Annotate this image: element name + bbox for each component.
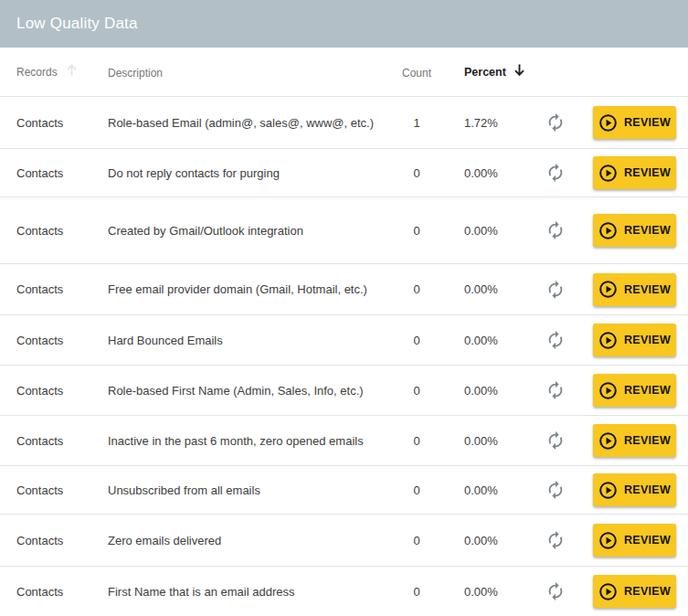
sync-icon — [545, 112, 566, 133]
play-circle-icon — [598, 582, 618, 601]
sync-icon — [545, 581, 566, 601]
description-cell: Zero emails delivered — [108, 534, 393, 547]
records-cell: Contacts — [0, 534, 108, 547]
table-row: Contacts Inactive in the past 6 month, z… — [0, 416, 688, 466]
review-button[interactable]: REVIEW — [593, 324, 676, 356]
table-row: Contacts Created by Gmail/Outlook integr… — [0, 197, 688, 264]
review-button-label: REVIEW — [624, 434, 671, 447]
play-circle-icon — [598, 221, 618, 240]
review-button-label: REVIEW — [624, 334, 671, 346]
table-row: Contacts Unsubscribed from all emails 0 … — [0, 466, 688, 515]
count-cell: 0 — [393, 534, 440, 547]
description-cell: First Name that is an email address — [108, 585, 393, 599]
refresh-button[interactable] — [542, 578, 569, 605]
sync-icon — [545, 480, 566, 500]
records-cell: Contacts — [0, 384, 108, 398]
refresh-button[interactable] — [542, 217, 569, 244]
table-row: Contacts Free email provider domain (Gma… — [0, 264, 688, 315]
review-button-label: REVIEW — [624, 384, 671, 397]
refresh-button[interactable] — [542, 377, 569, 404]
review-button[interactable]: REVIEW — [593, 156, 676, 189]
review-button-label: REVIEW — [624, 116, 671, 129]
column-header-percent[interactable]: Percent — [440, 63, 521, 80]
description-cell: Role-based Email (admin@, sales@, www@, … — [108, 116, 393, 130]
review-button[interactable]: REVIEW — [593, 424, 676, 457]
refresh-button[interactable] — [542, 276, 569, 303]
table-row: Contacts Role-based Email (admin@, sales… — [0, 97, 688, 149]
percent-cell: 0.00% — [440, 166, 521, 180]
column-header-count[interactable]: Count — [393, 64, 440, 80]
records-cell: Contacts — [0, 166, 108, 180]
records-cell: Contacts — [0, 116, 108, 130]
review-button[interactable]: REVIEW — [593, 214, 676, 247]
panel-titlebar: Low Quality Data — [0, 0, 688, 48]
percent-column-label: Percent — [464, 66, 506, 79]
panel-title: Low Quality Data — [16, 15, 138, 33]
count-cell: 0 — [393, 166, 440, 180]
count-cell: 0 — [393, 224, 440, 238]
column-header-records[interactable]: Records — [0, 63, 108, 80]
records-cell: Contacts — [0, 224, 108, 238]
column-header-description[interactable]: Description — [108, 64, 393, 80]
description-cell: Inactive in the past 6 month, zero opene… — [108, 434, 393, 448]
percent-cell: 0.00% — [440, 224, 521, 238]
play-circle-icon — [598, 381, 618, 400]
description-cell: Do not reply contacts for purging — [108, 166, 393, 180]
percent-cell: 0.00% — [440, 334, 521, 347]
refresh-button[interactable] — [542, 476, 569, 504]
sync-icon — [545, 220, 566, 240]
table-row: Contacts Role-based First Name (Admin, S… — [0, 366, 688, 416]
records-cell: Contacts — [0, 585, 108, 599]
review-button[interactable]: REVIEW — [593, 575, 676, 608]
play-circle-icon — [598, 113, 618, 133]
refresh-button[interactable] — [542, 326, 569, 354]
description-cell: Free email provider domain (Gmail, Hotma… — [108, 282, 393, 296]
table-row: Contacts First Name that is an email add… — [0, 567, 688, 616]
percent-cell: 0.00% — [440, 434, 521, 448]
review-button[interactable]: REVIEW — [593, 524, 676, 557]
table-header-row: Records Description Count Percent — [0, 48, 688, 97]
review-button[interactable]: REVIEW — [593, 374, 676, 407]
description-cell: Role-based First Name (Admin, Sales, Inf… — [108, 384, 393, 398]
play-circle-icon — [598, 481, 618, 500]
table-row: Contacts Hard Bounced Emails 0 0.00% REV… — [0, 315, 688, 366]
play-circle-icon — [598, 431, 618, 451]
percent-cell: 1.72% — [440, 116, 521, 130]
refresh-button[interactable] — [542, 427, 569, 454]
refresh-button[interactable] — [542, 159, 569, 186]
percent-cell: 0.00% — [440, 483, 521, 497]
table-row: Contacts Zero emails delivered 0 0.00% R… — [0, 515, 688, 567]
description-column-label: Description — [108, 67, 163, 80]
percent-cell: 0.00% — [440, 585, 521, 599]
count-cell: 0 — [393, 434, 440, 448]
review-button-label: REVIEW — [624, 224, 671, 237]
percent-cell: 0.00% — [440, 282, 521, 296]
review-button[interactable]: REVIEW — [593, 106, 676, 139]
low-quality-data-panel: Low Quality Data Records Description Cou… — [0, 0, 688, 616]
table-row: Contacts Do not reply contacts for purgi… — [0, 149, 688, 197]
table-body: Contacts Role-based Email (admin@, sales… — [0, 97, 688, 616]
records-cell: Contacts — [0, 282, 108, 296]
description-cell: Unsubscribed from all emails — [108, 483, 393, 497]
review-button-label: REVIEW — [624, 283, 671, 296]
percent-cell: 0.00% — [440, 534, 521, 547]
review-button-label: REVIEW — [624, 483, 671, 496]
count-cell: 0 — [393, 384, 440, 398]
sync-icon — [545, 430, 566, 451]
refresh-button[interactable] — [542, 109, 569, 136]
records-cell: Contacts — [0, 483, 108, 497]
play-circle-icon — [598, 164, 618, 183]
play-circle-icon — [598, 280, 618, 299]
arrow-down-icon — [513, 63, 526, 80]
records-column-label: Records — [16, 66, 58, 79]
sync-icon — [545, 530, 566, 550]
review-button[interactable]: REVIEW — [593, 473, 676, 506]
play-circle-icon — [598, 531, 618, 550]
count-cell: 0 — [393, 282, 440, 296]
description-cell: Created by Gmail/Outlook integration — [108, 224, 393, 238]
review-button-label: REVIEW — [624, 534, 671, 547]
sync-icon — [545, 280, 566, 300]
description-cell: Hard Bounced Emails — [108, 334, 393, 347]
refresh-button[interactable] — [542, 526, 569, 554]
review-button[interactable]: REVIEW — [593, 273, 676, 306]
